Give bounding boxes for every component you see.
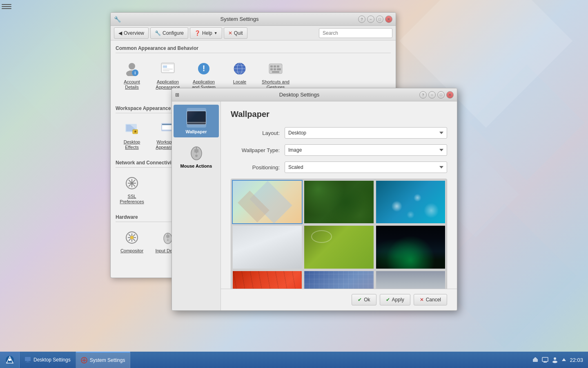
svg-rect-17 (270, 65, 273, 67)
taskbar-tray: 22:03 (527, 357, 588, 363)
maximize-window-btn[interactable]: □ (376, 16, 383, 23)
desktop-settings-title: Desktop Settings (179, 92, 419, 98)
display-icon[interactable] (542, 357, 548, 363)
overview-btn[interactable]: ◀ Overview (114, 27, 149, 39)
overview-btn-label: Overview (124, 30, 144, 36)
network-icon[interactable] (532, 357, 539, 363)
tray-expand-icon[interactable] (561, 357, 566, 362)
svg-text:★: ★ (134, 129, 137, 134)
wallpaper-item-7[interactable] (232, 270, 303, 289)
ds-help-btn[interactable]: ? (419, 91, 427, 99)
compositor-icon (124, 229, 140, 246)
svg-point-52 (9, 359, 11, 361)
configure-btn-label: Configure (163, 30, 184, 36)
wallpaper-item-1[interactable] (232, 180, 303, 224)
wallpaper-preview-4 (233, 226, 302, 268)
taskbar-app-desktop-settings[interactable]: Desktop Settings (20, 352, 76, 368)
minimize-window-btn[interactable]: − (367, 16, 374, 23)
settings-toolbar: ◀ Overview 🔧 Configure ❓ Help ▼ ✕ Quit (111, 26, 396, 40)
layout-row: Layout: Desktop Folder View (231, 127, 447, 139)
wallpaper-item-9[interactable] (375, 270, 446, 289)
ok-btn[interactable]: ✔ Ok (352, 294, 376, 305)
svg-rect-20 (270, 68, 273, 70)
ds-maximize-btn[interactable]: □ (437, 91, 445, 99)
wallpaper-preview-3 (376, 181, 445, 223)
svg-point-66 (554, 357, 556, 360)
svg-rect-61 (535, 357, 536, 358)
ds-titlebar-left: ⊞ (175, 92, 179, 98)
mouse-actions-icon (187, 142, 206, 162)
ds-close-btn[interactable]: ✕ (446, 91, 454, 99)
ds-controls: ? − □ ✕ (419, 91, 454, 99)
desktop-settings-body: Wallpaper Mouse Actions Wallpap (172, 101, 457, 310)
ssl-icon (124, 175, 140, 191)
search-input[interactable] (319, 28, 392, 38)
ds-minimize-btn[interactable]: − (428, 91, 436, 99)
sidebar-item-compositor[interactable]: Compositor (116, 226, 148, 257)
wallpaper-item-8[interactable] (303, 270, 374, 289)
wallpaper-item-4[interactable] (232, 225, 303, 269)
wallpaper-preview-5 (304, 226, 373, 268)
svg-rect-45 (166, 235, 169, 238)
quit-btn[interactable]: ✕ Quit (224, 27, 247, 39)
svg-point-42 (130, 236, 134, 239)
svg-point-50 (195, 155, 198, 157)
svg-rect-59 (533, 359, 538, 362)
wallpaper-panel-title: Wallpaper (231, 110, 447, 119)
help-dropdown-icon: ▼ (214, 31, 218, 35)
sidebar-item-account-details[interactable]: i Account Details (116, 57, 148, 99)
taskbar: Desktop Settings System Settings (0, 352, 588, 368)
taskbar-time: 22:03 (570, 357, 583, 363)
cancel-btn-label: Cancel (426, 297, 441, 303)
sidebar-item-mouse-actions[interactable]: Mouse Actions (174, 139, 219, 172)
wallpaper-preview-8 (304, 271, 373, 289)
svg-rect-6 (163, 65, 167, 68)
layout-select[interactable]: Desktop Folder View (285, 127, 447, 139)
wallpaper-preview-6 (376, 226, 445, 268)
wallpaper-type-select[interactable]: Image Color (285, 144, 447, 156)
apply-btn-label: Apply (392, 297, 404, 303)
window-controls: ? − □ ✕ (358, 16, 392, 23)
svg-marker-68 (562, 358, 566, 361)
svg-rect-7 (163, 69, 173, 70)
wallpaper-preview-7 (233, 271, 302, 289)
taskbar-start-button[interactable] (0, 352, 20, 368)
application-appearance-icon (160, 61, 176, 77)
app-menu-button[interactable] (2, 2, 11, 11)
svg-point-67 (552, 361, 557, 363)
section-common-title: Common Appearance and Behavior (116, 45, 391, 53)
wallpaper-item-2[interactable] (303, 180, 374, 224)
svg-text:i: i (135, 71, 136, 75)
wallpaper-grid-container[interactable] (231, 179, 447, 289)
close-window-btn[interactable]: ✕ (385, 16, 392, 23)
svg-rect-18 (274, 65, 276, 67)
positioning-select[interactable]: Scaled Centered Tiled Stretched (285, 162, 447, 173)
svg-text:!: ! (203, 64, 205, 73)
ds-fold-icon: ⊞ (175, 92, 179, 98)
locale-icon (232, 61, 248, 77)
ds-main-container: Wallpaper Layout: Desktop Folder View Wa… (221, 101, 457, 310)
svg-point-46 (167, 239, 169, 241)
configure-btn[interactable]: 🔧 Configure (150, 27, 188, 39)
wallpaper-sidebar-icon (187, 108, 206, 128)
help-window-btn[interactable]: ? (358, 16, 365, 23)
apply-btn[interactable]: ✔ Apply (380, 294, 410, 305)
sidebar-item-wallpaper[interactable]: Wallpaper (174, 105, 219, 137)
taskbar-app-system-settings[interactable]: System Settings (76, 352, 131, 368)
cancel-btn[interactable]: ✕ Cancel (414, 294, 447, 305)
account-details-icon: i (124, 61, 140, 77)
svg-rect-55 (26, 362, 30, 363)
user-icon[interactable] (552, 357, 558, 363)
wallpaper-sidebar-label: Wallpaper (185, 129, 207, 134)
svg-rect-53 (25, 357, 31, 361)
wallpaper-item-3[interactable] (375, 180, 446, 224)
kde-logo-icon (5, 355, 15, 365)
help-btn[interactable]: ❓ Help ▼ (190, 27, 222, 39)
shortcuts-icon (267, 61, 284, 77)
sidebar-item-desktop-effects[interactable]: ★ Desktop Effects (116, 117, 148, 153)
layout-label: Layout: (231, 130, 280, 136)
wallpaper-item-6[interactable] (375, 225, 446, 269)
sidebar-item-ssl[interactable]: SSL Preferences (116, 172, 148, 208)
wallpaper-item-5[interactable] (303, 225, 374, 269)
svg-rect-22 (277, 68, 281, 70)
